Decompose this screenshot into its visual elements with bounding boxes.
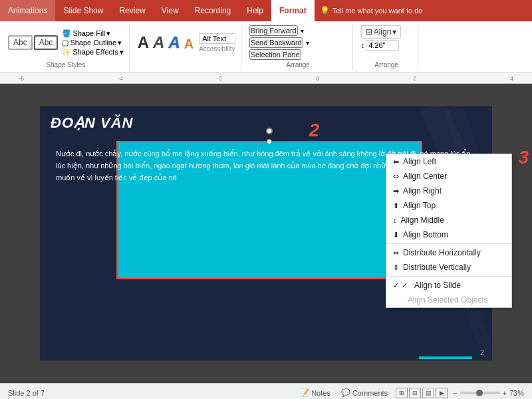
alt-text-btn[interactable]: Alt Text xyxy=(199,33,235,44)
dist-vert-label: Distribute Vertically xyxy=(403,263,471,272)
shape-style-btn-1[interactable]: Abc xyxy=(8,35,33,50)
ruler-mark-2: -4 xyxy=(118,75,123,82)
send-backward-arrow[interactable]: ▾ xyxy=(306,39,309,47)
shape-outline-arrow[interactable]: ▾ xyxy=(118,39,122,47)
arrange2-label: Arrange xyxy=(361,60,412,68)
lightbulb-icon: 💡 xyxy=(320,6,330,15)
align-arrow: ▾ xyxy=(392,27,396,37)
wordart-content: A A A A Alt Text Accessibility xyxy=(138,25,235,60)
comments-btn[interactable]: 💬 Comments xyxy=(338,387,390,398)
align-center-icon: ⇔ xyxy=(393,172,399,181)
normal-view-icon[interactable]: ⊞ xyxy=(396,388,408,398)
align-top-item[interactable]: ⬆ Align Top xyxy=(386,198,511,213)
align-label: Align xyxy=(374,27,392,37)
tab-format[interactable]: Format xyxy=(271,0,315,21)
send-backward-btn[interactable]: Send Backward xyxy=(249,37,303,48)
shape-style-btn-2[interactable]: Abc xyxy=(34,35,59,50)
align-bottom-item[interactable]: ⬇ Align Bottom xyxy=(386,227,511,242)
tab-animations[interactable]: Animations xyxy=(0,0,55,21)
accessibility-label: Accessibility xyxy=(199,45,235,53)
search-tell-me[interactable]: Tell me what you want to do xyxy=(332,7,423,15)
align-selected-label: Align Selected Objects xyxy=(408,295,488,305)
slideshow-view-icon[interactable]: ▶ xyxy=(436,388,448,398)
slider-thumb xyxy=(476,390,483,396)
size-icon: ↕ xyxy=(361,41,365,49)
wordart-a2[interactable]: A xyxy=(153,33,164,52)
align-center-item[interactable]: ⇔ Align Center xyxy=(386,169,511,184)
slide-info: Slide 2 of 7 xyxy=(8,389,45,397)
zoom-out-btn[interactable]: − xyxy=(453,389,457,397)
align-dropdown-menu: ⬅ Align Left ⇔ Align Center ➡ Align Righ… xyxy=(386,154,512,308)
align-top-label: Align Top xyxy=(403,201,436,210)
reading-view-icon[interactable]: ▤ xyxy=(422,388,434,398)
size-input[interactable] xyxy=(366,40,399,51)
align-slide-check: ✓ xyxy=(402,281,408,290)
shape-styles-group: Abc Abc 🪣 Shape Fill ▾ ▢ Shape Outline ▾… xyxy=(5,24,130,70)
shape-outline-icon: ▢ xyxy=(62,39,68,47)
align-size-group: ⊟ Align ▾ ↕ Arrange xyxy=(358,24,418,70)
arrange-label: Arrange xyxy=(249,60,347,68)
comments-label: Comments xyxy=(352,389,388,397)
notes-icon: 📝 xyxy=(300,388,309,397)
dist-horiz-item[interactable]: ⇔ Distribute Horizontally xyxy=(386,245,511,260)
ruler-mark-5: 2 xyxy=(413,75,416,82)
shape-outline-row[interactable]: ▢ Shape Outline ▾ xyxy=(62,39,123,47)
slider-track[interactable] xyxy=(460,392,500,394)
notes-btn[interactable]: 📝 Notes xyxy=(297,387,333,398)
tab-recording[interactable]: Recording xyxy=(187,0,239,21)
align-right-item[interactable]: ➡ Align Right xyxy=(386,184,511,198)
align-icon: ⊟ xyxy=(366,27,372,37)
align-left-label: Align Left xyxy=(403,157,436,166)
zoom-level-label: 73% xyxy=(509,389,524,397)
ruler-mark-1: -6 xyxy=(19,75,24,82)
shape-outline-label[interactable]: Shape Outline xyxy=(70,39,116,47)
align-middle-item[interactable]: ↕ Align Middle xyxy=(386,213,511,227)
wordart-a4[interactable]: A xyxy=(184,37,194,52)
align-to-slide-item[interactable]: ✓ Align to Slide xyxy=(386,278,511,293)
shape-effects-label[interactable]: Shape Effects xyxy=(72,48,118,56)
align-right-label: Align Right xyxy=(403,186,442,196)
tab-review[interactable]: Review xyxy=(111,0,153,21)
arrange-content: Bring Forward ▾ Send Backward ▾ Selectio… xyxy=(249,25,309,60)
shape-fill-row[interactable]: 🪣 Shape Fill ▾ xyxy=(62,29,123,38)
ribbon: Animations Slide Show Review View Record… xyxy=(0,0,532,73)
align-dropdown-btn[interactable]: ⊟ Align ▾ xyxy=(361,25,402,39)
shape-fill-label[interactable]: Shape Fill xyxy=(72,29,105,37)
align-selected-item: Align Selected Objects xyxy=(386,293,511,307)
align-top-icon: ⬆ xyxy=(393,201,399,210)
resize-handle-top[interactable] xyxy=(267,139,272,144)
dist-vert-item[interactable]: ⇕ Distribute Vertically xyxy=(386,260,511,275)
align-left-item[interactable]: ⬅ Align Left xyxy=(386,154,511,169)
shape-fill-arrow[interactable]: ▾ xyxy=(106,29,110,38)
shape-effects-icon: ✨ xyxy=(62,48,71,57)
bring-forward-arrow[interactable]: ▾ xyxy=(301,27,304,35)
dist-vert-icon: ⇕ xyxy=(393,263,399,272)
wordart-a1[interactable]: A xyxy=(138,33,149,52)
ruler-mark-3: -2 xyxy=(217,75,222,82)
slide-progress-bar xyxy=(419,356,472,359)
arrange-group: Bring Forward ▾ Send Backward ▾ Selectio… xyxy=(247,24,353,70)
tab-help[interactable]: Help xyxy=(239,0,271,21)
comments-icon: 💬 xyxy=(341,388,350,397)
rotate-handle[interactable] xyxy=(266,128,273,134)
bring-forward-btn[interactable]: Bring Forward xyxy=(249,25,298,36)
slide-panel: ĐOẠN VĂN Nước đi, nước chảy, nước cùng b… xyxy=(0,84,532,383)
separator-1 xyxy=(386,243,511,244)
zoom-in-btn[interactable]: + xyxy=(503,389,507,397)
ruler-mark-4: 0 xyxy=(316,75,319,82)
tab-slideshow[interactable]: Slide Show xyxy=(55,0,111,21)
slide-number: 2 xyxy=(480,348,484,356)
wordart-group: A A A A Alt Text Accessibility Shape Sty… xyxy=(135,24,241,70)
tab-view[interactable]: View xyxy=(154,0,187,21)
selection-pane-btn[interactable]: Selection Pane xyxy=(249,49,301,60)
shape-effects-arrow[interactable]: ▾ xyxy=(120,48,124,57)
align-to-slide-label: Align to Slide xyxy=(414,281,461,290)
slide-sorter-icon[interactable]: ⊟ xyxy=(409,388,421,398)
wordart-a3[interactable]: A xyxy=(168,33,180,52)
shape-effects-row[interactable]: ✨ Shape Effects ▾ xyxy=(62,48,123,57)
shape-fill-icon: 🪣 xyxy=(62,29,71,38)
align-middle-label: Align Middle xyxy=(401,215,444,225)
statusbar: Slide 2 of 7 📝 Notes 💬 Comments ⊞ ⊟ ▤ ▶ … xyxy=(0,383,532,399)
bring-forward-row: Bring Forward ▾ xyxy=(249,25,304,36)
ruler: -6 -4 -2 0 2 4 xyxy=(0,73,532,84)
